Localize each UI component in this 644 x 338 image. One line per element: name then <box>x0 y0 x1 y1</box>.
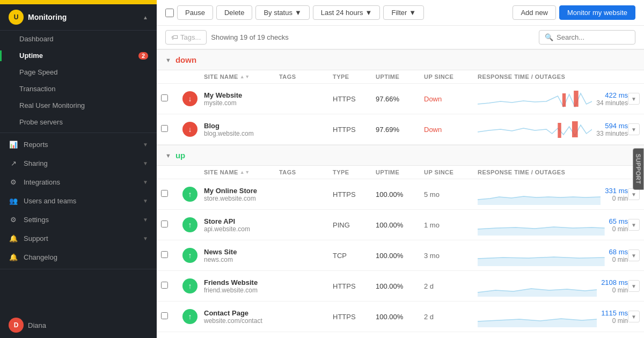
sidebar-item-support[interactable]: 🔔 Support ▼ <box>0 229 157 248</box>
col-since-header[interactable]: UP SINCE <box>424 169 478 175</box>
integrations-label: Integrations <box>24 178 60 186</box>
by-status-button[interactable]: By status ▼ <box>255 5 309 20</box>
sidebar-item-rum[interactable]: Real User Monitoring <box>0 97 157 114</box>
down-collapse-icon[interactable]: ▼ <box>165 57 171 63</box>
col-response-header[interactable]: RESPONSE TIME / OUTAGES <box>478 74 628 80</box>
sidebar-item-dashboard[interactable]: Dashboard <box>0 31 157 47</box>
logo-area: U Monitoring ▲ <box>0 4 157 31</box>
col-tags-header[interactable]: TAGS <box>279 169 333 175</box>
monitoring-header[interactable]: Monitoring ▲ <box>28 13 148 21</box>
col-uptime-header[interactable]: UPTIME <box>376 74 424 80</box>
tags-placeholder: Tags... <box>180 33 201 41</box>
row-checkbox-cell <box>161 94 182 103</box>
row-site-cell: Store API api.website.com <box>204 217 279 233</box>
row-checkbox[interactable] <box>161 125 168 132</box>
ms-value: 1115 ms <box>601 309 628 317</box>
uptime-header-label: UPTIME <box>376 74 399 80</box>
row-status-cell: ↓ <box>182 91 204 106</box>
down-section: ▼ down SITE NAME ▲▼ TAGS TYPE UPTIME UP … <box>157 49 644 145</box>
row-type-cell: HTTPS <box>333 190 376 199</box>
row-expand-button[interactable]: ▼ <box>628 188 640 200</box>
sidebar-item-settings[interactable]: ⚙ Settings ▼ <box>0 210 157 229</box>
col-type-header[interactable]: TYPE <box>333 169 376 175</box>
status-down-icon: ↓ <box>182 122 197 137</box>
search-input[interactable] <box>557 33 632 41</box>
row-checkbox[interactable] <box>161 312 168 319</box>
row-expand-button[interactable]: ▼ <box>628 311 640 322</box>
select-all-checkbox[interactable] <box>165 9 174 17</box>
type-header-label: TYPE <box>333 169 349 175</box>
up-collapse-icon[interactable]: ▼ <box>165 152 171 159</box>
sidebar-item-probe[interactable]: Probe servers <box>0 114 157 130</box>
up-section: ▼ up SITE NAME ▲▼ TAGS TYPE UPTIME UP SI… <box>157 145 644 332</box>
up-rows-container: ↑ My Online Store store.website.com HTTP… <box>157 179 644 332</box>
row-expand-button[interactable]: ▼ <box>628 280 640 292</box>
ms-value: 68 ms <box>609 248 628 256</box>
row-expand-button[interactable]: ▼ <box>628 249 640 261</box>
settings-expand-icon: ▼ <box>143 217 148 223</box>
sidebar-item-reports[interactable]: 📊 Reports ▼ <box>0 135 157 154</box>
row-uptime-cell: 100.00% <box>376 282 424 290</box>
response-ms-cell: 68 ms 0 min <box>609 248 628 263</box>
row-checkbox[interactable] <box>161 190 168 197</box>
sidebar-item-transaction[interactable]: Transaction <box>0 80 157 97</box>
table-row: ↑ Friends Website friend.website.com HTT… <box>157 271 644 302</box>
row-since-cell: 2 d <box>424 313 478 321</box>
col-sitename-header[interactable]: SITE NAME ▲▼ <box>204 74 279 80</box>
col-tags-header[interactable]: TAGS <box>279 74 333 80</box>
row-site-cell: Contact Page website.com/contact <box>204 309 279 325</box>
ms-value: 331 ms <box>605 187 628 195</box>
support-label: Support <box>24 234 48 243</box>
ms-min: 34 minutes <box>596 99 628 107</box>
row-uptime-cell: 100.00% <box>376 221 424 229</box>
row-response-cell: 422 ms 34 minutes <box>478 88 628 109</box>
divider-1 <box>0 133 157 133</box>
response-ms-cell: 1115 ms 0 min <box>601 309 628 325</box>
row-checkbox[interactable] <box>161 251 168 258</box>
filter-button[interactable]: Filter ▼ <box>383 5 424 20</box>
filter-label: Filter <box>391 9 407 17</box>
settings-icon: ⚙ <box>9 216 18 224</box>
col-actions-header <box>628 74 644 80</box>
sharing-label: Sharing <box>24 159 48 167</box>
col-response-header[interactable]: RESPONSE TIME / OUTAGES <box>478 169 628 175</box>
row-response-cell: 331 ms 0 min <box>478 183 628 205</box>
col-type-header[interactable]: TYPE <box>333 74 376 80</box>
sidebar-item-pagespeed[interactable]: Page Speed <box>0 64 157 80</box>
row-expand-button[interactable]: ▼ <box>628 219 640 231</box>
sidebar-item-uptime[interactable]: Uptime 2 <box>0 47 157 64</box>
sidebar-item-changelog[interactable]: 🔔 Changelog <box>0 248 157 267</box>
row-checkbox[interactable] <box>161 221 168 227</box>
tags-input[interactable]: 🏷 Tags... <box>165 30 207 45</box>
sharing-icon: ↗ <box>9 159 18 167</box>
row-expand-button[interactable]: ▼ <box>628 93 640 105</box>
monitoring-label: Monitoring <box>28 13 67 21</box>
row-type-cell: HTTPS <box>333 282 376 290</box>
col-check-header <box>161 169 182 175</box>
col-status-header <box>182 74 204 80</box>
col-since-header[interactable]: UP SINCE <box>424 74 478 80</box>
row-type-cell: PING <box>333 221 376 229</box>
sidebar-item-users[interactable]: 👥 Users and teams ▼ <box>0 192 157 210</box>
col-sitename-header[interactable]: SITE NAME ▲▼ <box>204 169 279 175</box>
site-name: Contact Page <box>204 309 279 317</box>
row-expand-button[interactable]: ▼ <box>628 123 640 135</box>
by-status-label: By status <box>264 9 292 17</box>
row-checkbox[interactable] <box>161 94 168 101</box>
row-type-cell: TCP <box>333 252 376 260</box>
response-header-label: RESPONSE TIME / OUTAGES <box>478 74 565 80</box>
user-row[interactable]: D Diana <box>0 312 157 338</box>
col-uptime-header[interactable]: UPTIME <box>376 169 424 175</box>
tags-header-label: TAGS <box>279 74 296 80</box>
row-uptime-cell: 97.69% <box>376 126 424 134</box>
pause-button[interactable]: Pause <box>177 5 213 20</box>
row-checkbox[interactable] <box>161 282 168 289</box>
support-tab[interactable]: SUPPORT <box>633 149 644 190</box>
delete-button[interactable]: Delete <box>216 5 253 20</box>
add-new-button[interactable]: Add new <box>513 5 556 20</box>
sidebar-item-integrations[interactable]: ⚙ Integrations ▼ <box>0 173 157 192</box>
row-status-cell: ↑ <box>182 248 204 263</box>
monitor-website-button[interactable]: Monitor my website <box>559 5 635 20</box>
sidebar-item-sharing[interactable]: ↗ Sharing ▼ <box>0 154 157 173</box>
last-24h-button[interactable]: Last 24 hours ▼ <box>313 5 380 20</box>
